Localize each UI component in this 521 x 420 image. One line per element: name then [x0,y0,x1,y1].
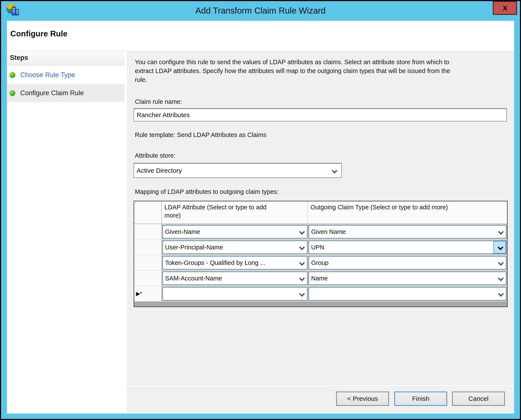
claim-rule-name-label: Claim rule name: [135,98,182,105]
grid-bottom-strip [134,301,507,307]
chevron-down-icon [299,276,304,280]
page-title: Configure Rule [10,29,68,38]
rule-template-text: Rule template: Send LDAP Attributes as C… [135,131,266,138]
title-bar: Add Transform Claim Rule Wizard x [1,1,520,21]
steps-header: Steps [7,51,125,66]
chevron-down-icon [498,276,503,280]
chevron-down-icon [299,230,304,234]
chevron-down-icon [299,292,304,296]
step-label: Choose Rule Type [20,66,75,84]
step-status-icon [9,90,15,96]
attribute-store-value: Active Directory [137,167,182,174]
chevron-down-icon [498,292,503,296]
chevron-down-icon [299,245,304,249]
attribute-store-select[interactable]: Active Directory [134,163,342,178]
close-button[interactable]: x [493,1,517,15]
new-row-header[interactable]: ▶* [134,286,162,301]
chevron-down-icon [332,168,337,173]
previous-button[interactable]: < Previous [336,391,389,406]
outgoing-claim-type-select-row1[interactable]: Given Name [309,225,506,239]
chevron-down-icon [498,245,503,249]
step-status-icon [9,72,15,78]
finish-button[interactable]: Finish [394,391,447,406]
outgoing-claim-type-select-newrow[interactable] [309,287,506,300]
row-header[interactable] [134,255,162,270]
claim-rule-name-input[interactable] [134,109,507,121]
column-header-ldap-attribute: LDAP Attribute (Select or type to add mo… [162,201,308,224]
dialog-body: Configure Rule Steps Choose Rule Type Co… [7,21,514,413]
step-item-configure-claim-rule[interactable]: Configure Claim Rule [7,84,125,102]
row-header[interactable] [134,270,162,286]
steps-sidebar: Steps Choose Rule Type Configure Claim R… [7,51,125,413]
outgoing-claim-type-select-row2[interactable]: UPN [309,240,506,254]
outgoing-claim-type-select-row4[interactable]: Name [309,272,506,285]
chevron-down-icon [498,261,503,265]
mapping-label: Mapping of LDAP attributes to outgoing c… [135,188,279,195]
ldap-attribute-select-row3[interactable]: Token-Groups - Qualified by Long ... [162,256,308,270]
ldap-attribute-select-row4[interactable]: SAM-Account-Name [162,272,308,285]
chevron-down-icon [299,261,304,265]
step-item-choose-rule-type[interactable]: Choose Rule Type [7,66,125,84]
attribute-store-label: Attribute store: [135,152,176,159]
wizard-window: Add Transform Claim Rule Wizard x Config… [1,1,520,419]
ldap-mapping-grid: LDAP Attribute (Select or type to add mo… [134,201,508,307]
ldap-attribute-select-row1[interactable]: Given-Name [162,225,308,239]
grid-corner-cell [134,201,162,224]
window-title: Add Transform Claim Rule Wizard [1,1,520,21]
row-header[interactable] [134,240,162,255]
rule-description: You can configure this rule to send the … [135,58,456,84]
footer-divider [127,385,514,386]
main-panel: You can configure this rule to send the … [125,51,514,413]
chevron-down-icon [498,230,503,234]
new-row-indicator-icon: ▶* [136,290,142,297]
ldap-attribute-select-row2[interactable]: User-Principal-Name [162,240,308,254]
outgoing-claim-type-select-row3[interactable]: Group [309,256,506,270]
row-header[interactable] [134,224,162,240]
cancel-button[interactable]: Cancel [452,391,505,406]
step-label: Configure Claim Rule [20,84,84,102]
ldap-attribute-select-newrow[interactable] [162,287,308,300]
column-header-outgoing-claim-type: Outgoing Claim Type (Select or type to a… [308,201,507,224]
